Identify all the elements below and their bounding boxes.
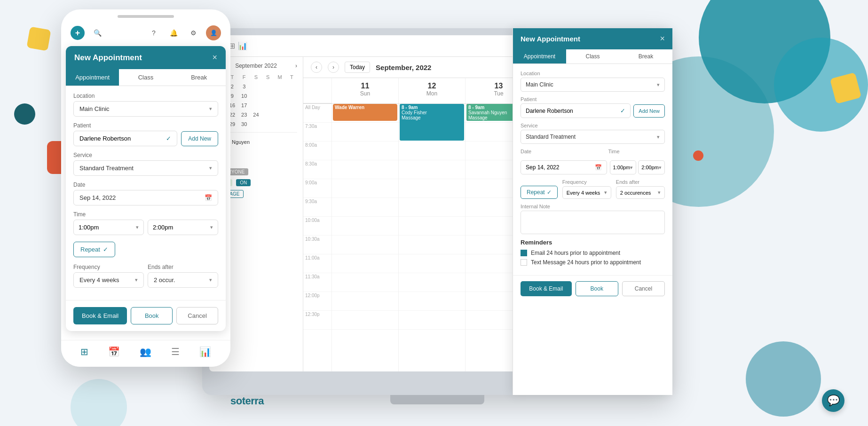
- phone-time-end[interactable]: 2:00pm ▾: [148, 220, 218, 235]
- phone-book-email-button[interactable]: Book & Email: [73, 307, 127, 324]
- laptop-location-select[interactable]: Main Clinic ▾: [521, 78, 665, 92]
- phone-time-start[interactable]: 1:00pm ▾: [73, 220, 144, 235]
- laptop-freq-select[interactable]: Every 4 weeks ▾: [562, 186, 611, 199]
- mini-cal-day-6[interactable]: [274, 82, 285, 91]
- laptop-time-end[interactable]: 2:00pm ▾: [638, 160, 665, 174]
- phone-ends-select[interactable]: 2 occur. ▾: [148, 272, 218, 288]
- phone-modal-close[interactable]: ×: [212, 53, 217, 63]
- laptop-reminder-email-checkbox[interactable]: [521, 250, 527, 256]
- mini-cal-day-10[interactable]: 10: [239, 92, 250, 100]
- settings-icon[interactable]: ⚙: [186, 26, 200, 40]
- phone-date-input[interactable]: Sep 14, 2022 📅: [73, 190, 218, 205]
- add-icon[interactable]: +: [71, 26, 85, 40]
- sun-slot-800[interactable]: [332, 142, 398, 160]
- phone-cancel-button[interactable]: Cancel: [176, 307, 218, 324]
- mon-slot-800[interactable]: [399, 142, 465, 160]
- sun-slot-830[interactable]: [332, 160, 398, 179]
- laptop-service-select[interactable]: Standard Treatment ▾: [521, 130, 665, 144]
- sun-slot-900[interactable]: [332, 179, 398, 198]
- phone-tab-appointment[interactable]: Appointment: [66, 69, 119, 86]
- mini-cal-day-25[interactable]: 24: [251, 110, 261, 119]
- mon-slot-1100[interactable]: 8 - 9am Cody Fisher Massage: [399, 254, 465, 273]
- sun-slot-930[interactable]: Wade Warren: [332, 198, 398, 217]
- mini-cal-day-5[interactable]: [262, 82, 273, 91]
- laptop-repeat-button[interactable]: Repeat ✓: [521, 186, 558, 199]
- mini-cal-day-17[interactable]: 17: [239, 101, 250, 110]
- on-badge[interactable]: ON: [236, 179, 251, 186]
- phone-tab-class[interactable]: Class: [119, 69, 172, 86]
- phone-nav-people-icon[interactable]: 👥: [140, 346, 151, 357]
- avatar[interactable]: 👤: [206, 25, 221, 40]
- mon-slot-900[interactable]: [399, 179, 465, 198]
- phone-nav-chart-icon[interactable]: 📊: [199, 346, 211, 357]
- search-icon[interactable]: 🔍: [90, 26, 104, 40]
- mon-slot-830[interactable]: 8 - 9am Annette Black Standard Treatment: [399, 160, 465, 179]
- laptop-reminder-sms-checkbox[interactable]: [521, 259, 527, 266]
- sun-slot-1230[interactable]: [332, 311, 398, 330]
- mini-cal-day-21[interactable]: [286, 101, 297, 110]
- cal-next-button[interactable]: ›: [328, 62, 339, 73]
- phone-tab-break[interactable]: Break: [173, 69, 226, 86]
- appt-cody-fisher[interactable]: 8 - 9am Cody Fisher Massage: [400, 104, 464, 141]
- laptop-cancel-button[interactable]: Cancel: [622, 281, 665, 296]
- laptop-book-button[interactable]: Book: [576, 281, 618, 296]
- mini-cal-day-26[interactable]: [262, 110, 273, 119]
- sun-slot-1000[interactable]: [332, 217, 398, 236]
- laptop-book-email-button[interactable]: Book & Email: [521, 281, 572, 296]
- chat-button[interactable]: 💬: [822, 389, 844, 412]
- sun-slot-730[interactable]: [332, 123, 398, 142]
- phone-book-button[interactable]: Book: [131, 307, 173, 324]
- sun-slot-1130[interactable]: [332, 273, 398, 292]
- sun-slot-1030[interactable]: [332, 236, 398, 254]
- phone-repeat-button[interactable]: Repeat ✓: [73, 242, 115, 257]
- mini-cal-day-7[interactable]: [286, 82, 297, 91]
- phone-nav-calendar-icon[interactable]: 📅: [108, 346, 120, 357]
- laptop-internal-note[interactable]: [521, 211, 665, 234]
- mini-cal-day-28[interactable]: [286, 110, 297, 119]
- phone-location-select[interactable]: Main Clinic ▾: [73, 101, 218, 117]
- mini-cal-day-18[interactable]: [251, 101, 261, 110]
- mini-cal-day-31[interactable]: 30: [239, 120, 250, 128]
- mini-cal-day-24[interactable]: 23: [239, 110, 250, 119]
- mon-slot-1000[interactable]: 8 - 9am Jacob Jones Standard Treatment: [399, 217, 465, 236]
- laptop-tab-break[interactable]: Break: [619, 57, 665, 63]
- bell-icon[interactable]: 🔔: [166, 26, 181, 40]
- mon-slot-1130[interactable]: [399, 273, 465, 292]
- cal-today-button[interactable]: Today: [345, 62, 370, 73]
- phone-nav-list-icon[interactable]: ☰: [171, 346, 180, 357]
- mon-slot-1030[interactable]: [399, 236, 465, 254]
- laptop-patient-input[interactable]: Darlene Robertson ✓: [521, 103, 631, 118]
- sun-slot-1200[interactable]: [332, 292, 398, 311]
- mini-cal-day-11[interactable]: [251, 92, 261, 100]
- phone-patient-input[interactable]: Darlene Robertson ✓: [73, 131, 177, 146]
- phone-freq-select[interactable]: Every 4 weeks ▾: [73, 272, 144, 288]
- laptop-add-new-button[interactable]: Add New: [633, 104, 665, 118]
- mini-cal-next[interactable]: ›: [295, 63, 297, 69]
- help-icon[interactable]: ?: [147, 26, 161, 40]
- mon-slot-1200[interactable]: [399, 292, 465, 311]
- mini-cal-day-13[interactable]: [274, 92, 285, 100]
- appt-wade-warren[interactable]: Wade Warren: [333, 104, 397, 121]
- phone-service-select[interactable]: Standard Treatment ▾: [73, 160, 218, 176]
- sun-slot-1100[interactable]: [332, 254, 398, 273]
- mini-cal-day-19[interactable]: [262, 101, 273, 110]
- cal-prev-button[interactable]: ‹: [311, 62, 322, 73]
- mon-slot-1230[interactable]: [399, 311, 465, 330]
- laptop-time-end-value: 2:00pm: [641, 165, 659, 170]
- mon-slot-930[interactable]: [399, 198, 465, 217]
- laptop-tab-class[interactable]: Class: [566, 57, 619, 63]
- mini-cal-day-14[interactable]: [286, 92, 297, 100]
- mini-cal-day-27[interactable]: [274, 110, 285, 119]
- mini-cal-day-3[interactable]: 3: [239, 82, 250, 91]
- laptop-ends-select[interactable]: 2 occurences ▾: [616, 186, 665, 199]
- laptop-reminder-sms-row: Text Message 24 hours prior to appointme…: [521, 259, 665, 266]
- laptop-service-label: Service: [521, 123, 665, 128]
- mini-cal-day-20[interactable]: [274, 101, 285, 110]
- phone-nav-grid-icon[interactable]: ⊞: [80, 346, 88, 357]
- laptop-date-input[interactable]: Sep 14, 2022 📅: [521, 160, 607, 174]
- mini-cal-day-12[interactable]: [262, 92, 273, 100]
- laptop-time-start[interactable]: 1:00pm ▾: [610, 160, 637, 174]
- laptop-tab-appointment[interactable]: Appointment: [513, 57, 566, 63]
- mini-cal-day-4[interactable]: [251, 82, 261, 91]
- phone-add-new-button[interactable]: Add New: [181, 131, 218, 146]
